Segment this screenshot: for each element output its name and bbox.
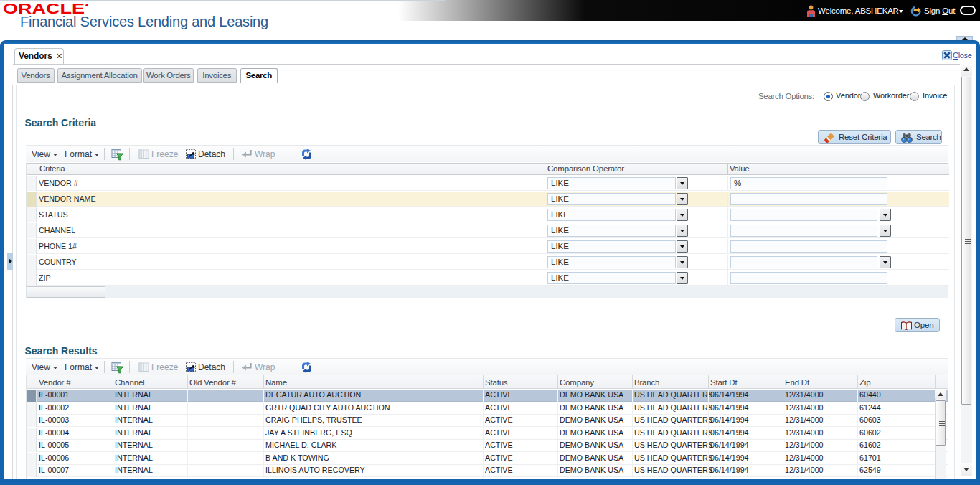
svg-text:ORACLE: ORACLE (3, 2, 85, 14)
